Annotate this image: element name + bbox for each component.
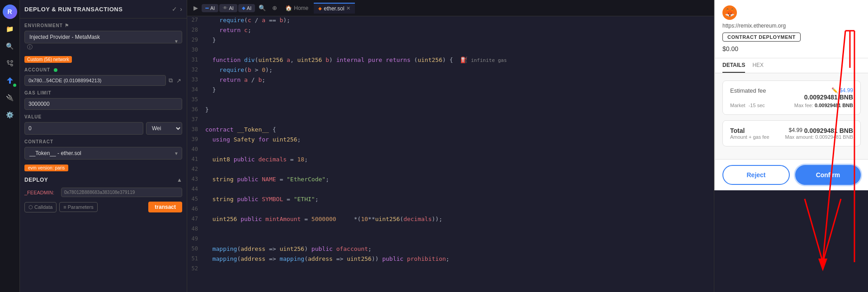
mm-tab-hex[interactable]: HEX — [752, 58, 764, 73]
mm-body: Estimated fee ✏️ $4.99 0.00929481 BNB Ma… — [715, 73, 868, 159]
mm-amount: $0.00 — [722, 45, 861, 52]
code-line: 30 — [187, 46, 714, 56]
code-line: 45 string public SYMBOL = "ETHI"; — [187, 195, 714, 205]
contract-select-wrapper: __Token__ - ether.sol ▼ — [24, 147, 182, 160]
deploy-header: DEPLOY ▲ — [24, 177, 182, 183]
home-tab[interactable]: 🏠 Home — [281, 3, 313, 13]
code-line: 49 — [187, 235, 714, 245]
fee-values: ✏️ $4.99 0.00929481 BNB — [804, 87, 853, 101]
estimated-fee-label: Estimated fee — [730, 87, 766, 94]
calldata-icon: ⬡ — [28, 204, 33, 210]
confirm-button[interactable]: Confirm — [795, 165, 861, 185]
gas-limit-input[interactable] — [24, 98, 182, 110]
total-values: $4.99 0.00929481 BNB Max amount: 0.00929… — [785, 127, 853, 140]
total-sub: Amount + gas fee — [730, 134, 769, 140]
code-content: 27 require(c / a == b); 28 return c; 29 … — [187, 16, 714, 292]
reject-button[interactable]: Reject — [722, 165, 790, 185]
code-line: 37 — [187, 116, 714, 126]
copy-icon[interactable]: ⧉ — [168, 76, 174, 85]
sidebar-icon-plugin[interactable]: 🔌 — [3, 90, 17, 105]
total-label: Total — [730, 127, 769, 134]
sidebar-icon-settings[interactable]: ⚙️ — [3, 108, 17, 122]
total-row: Total Amount + gas fee $4.99 0.00929481 … — [730, 127, 853, 140]
sidebar-icon-search[interactable]: 🔍 — [3, 39, 17, 53]
code-editor: ▶ AI 👁 AI ◆ AI 🔍 ⊕ 🏠 Home ◆ ether.sol ✕ … — [187, 0, 714, 292]
file-tab[interactable]: ◆ ether.sol ✕ — [314, 3, 354, 14]
ai-tab-2[interactable]: 👁 AI — [219, 4, 237, 12]
total-max: Max amount: 0.00929481 BNB — [785, 134, 853, 140]
code-line: 36 } — [187, 106, 714, 116]
fee-card: Estimated fee ✏️ $4.99 0.00929481 BNB Ma… — [722, 80, 861, 115]
svg-point-0 — [7, 61, 9, 62]
account-label: ACCOUNT — [24, 67, 182, 72]
calldata-button[interactable]: ⬡ Calldata — [24, 202, 57, 212]
code-line: 34 } — [187, 86, 714, 96]
feeadmin-input[interactable] — [61, 188, 182, 197]
sidebar-icon-deploy[interactable] — [3, 73, 17, 88]
environment-select[interactable]: Injected Provider - MetaMask — [24, 31, 182, 43]
code-line: 39 using Safety for uint256; — [187, 136, 714, 146]
max-fee-row: Max fee: 0.00929481 BNB — [794, 103, 853, 108]
transact-button[interactable]: transact — [148, 202, 182, 212]
eye-icon: 👁 — [223, 5, 227, 10]
gas-limit-label: GAS LIMIT — [24, 90, 182, 95]
code-line: 33 return a / b; — [187, 76, 714, 86]
ai-tab-3[interactable]: ◆ AI — [238, 4, 255, 12]
deploy-title: DEPLOY — [24, 177, 48, 183]
search-icon[interactable]: 🔍 — [256, 3, 269, 13]
code-line: 29 } — [187, 36, 714, 46]
mm-tab-details[interactable]: DETAILS — [722, 58, 745, 73]
svg-marker-9 — [818, 259, 827, 271]
sidebar-icon-files[interactable]: 📁 — [3, 22, 17, 36]
contract-deployment-badge: CONTRACT DEPLOYMENT — [722, 33, 801, 42]
solidity-icon: ◆ — [318, 6, 322, 11]
external-link-icon[interactable]: ↗ — [175, 76, 182, 85]
panel-content: ENVIRONMENT ⚑ Injected Provider - MetaMa… — [20, 19, 187, 292]
code-line: 32 require(b > 0); — [187, 66, 714, 76]
total-usd: $4.99 — [789, 127, 802, 134]
fee-bnb: 0.00929481 BNB — [804, 94, 853, 101]
edit-icon[interactable]: ✏️ — [831, 87, 838, 94]
metamask-icon: 🦊 — [722, 5, 737, 20]
environment-info-btn[interactable]: ⓘ — [27, 44, 33, 50]
market-time: -15 sec — [749, 103, 765, 108]
mm-icon-row: 🦊 — [722, 5, 861, 20]
chevron-right-icon[interactable]: › — [180, 5, 182, 13]
market-row: Market -15 sec Max fee: 0.00929481 BNB — [730, 103, 853, 108]
environment-select-wrapper: Injected Provider - MetaMask ▼ ⓘ — [24, 31, 182, 51]
value-input[interactable] — [24, 122, 143, 135]
code-line: 42 — [187, 165, 714, 175]
value-label: VALUE — [24, 114, 182, 119]
ai-tab-1[interactable]: AI — [202, 4, 218, 12]
mm-header: 🦊 https://remix.ethereum.org CONTRACT DE… — [715, 0, 868, 58]
evm-badge: evm version: paris — [24, 165, 68, 171]
parameters-button[interactable]: ≡ Parameters — [59, 202, 97, 212]
code-line: 50 mapping(address => uint256) public of… — [187, 245, 714, 255]
zoom-icon[interactable]: ⊕ — [269, 3, 280, 13]
total-bnb: 0.00929481 BNB — [804, 127, 853, 134]
code-line: 31 function div(uint256 a, uint256 b) in… — [187, 56, 714, 66]
check-icon[interactable]: ✓ — [172, 5, 177, 13]
contract-select[interactable]: __Token__ - ether.sol — [24, 147, 182, 160]
tab-close-icon[interactable]: ✕ — [346, 5, 350, 11]
account-input[interactable] — [24, 75, 166, 86]
code-line: 52 — [187, 265, 714, 275]
value-unit-select[interactable]: Wei — [146, 122, 182, 135]
parameters-icon: ≡ — [63, 204, 66, 210]
total-card: Total Amount + gas fee $4.99 0.00929481 … — [722, 120, 861, 146]
panel-header: DEPLOY & RUN TRANSACTIONS ✓ › — [20, 0, 187, 19]
ai-badge-1 — [205, 8, 209, 9]
total-labels: Total Amount + gas fee — [730, 127, 769, 140]
run-icon[interactable]: ▶ — [191, 3, 201, 13]
environment-info-icon: ⚑ — [65, 23, 69, 28]
sidebar-icon-git[interactable] — [3, 56, 17, 71]
metamask-panel: 🦊 https://remix.ethereum.org CONTRACT DE… — [714, 0, 868, 190]
action-buttons: ⬡ Calldata ≡ Parameters transact — [24, 202, 182, 212]
code-line: 44 — [187, 185, 714, 195]
feeadmin-label: _FEEADMIN: — [24, 190, 58, 195]
account-row: ⧉ ↗ — [24, 75, 182, 86]
collapse-button[interactable]: ▲ — [177, 177, 182, 183]
panel-title: DEPLOY & RUN TRANSACTIONS — [24, 6, 168, 13]
value-row: Wei — [24, 122, 182, 135]
sidebar: R 📁 🔍 🔌 ⚙️ — [0, 0, 20, 292]
